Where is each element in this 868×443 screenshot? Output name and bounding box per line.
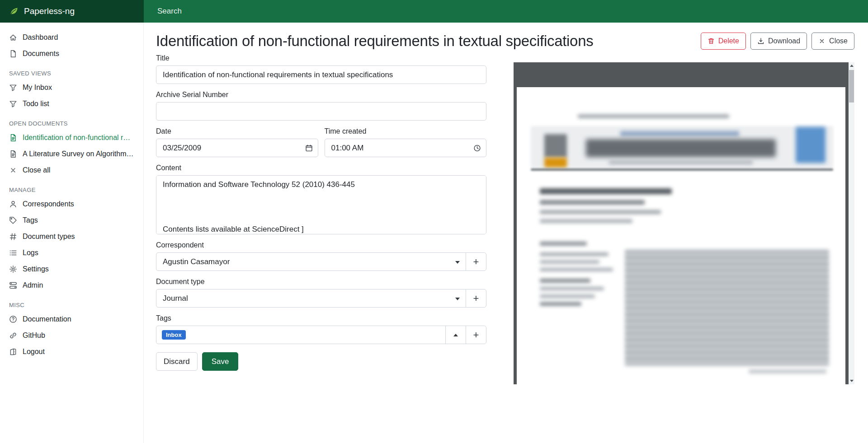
close-icon <box>9 166 17 174</box>
scroll-down-arrow-icon[interactable] <box>850 380 854 382</box>
sidebar-item-label: Dashboard <box>23 33 58 42</box>
pdf-page <box>517 87 845 384</box>
plus-icon: + <box>473 256 479 268</box>
gear-icon <box>9 265 17 273</box>
search-input[interactable] <box>156 6 382 16</box>
save-button[interactable]: Save <box>202 352 239 371</box>
page-title: Identification of non-functional require… <box>156 33 593 50</box>
file-icon <box>9 50 17 58</box>
sidebar-item-tags[interactable]: Tags <box>0 212 143 228</box>
pdf-right-logo <box>796 127 826 163</box>
title-label: Title <box>156 54 486 62</box>
content-label: Content <box>156 164 486 172</box>
add-correspondent-button[interactable]: + <box>466 252 486 271</box>
trash-icon <box>708 37 715 45</box>
sidebar-item-dashboard[interactable]: Dashboard <box>0 29 143 46</box>
preview-scrollbar[interactable] <box>849 62 854 384</box>
sidebar-item-label: Correspondents <box>23 200 74 208</box>
pdf-authors-line <box>540 200 645 205</box>
pdf-info-heading <box>540 242 587 246</box>
add-tag-button[interactable]: + <box>466 326 486 344</box>
pdf-keywords-heading <box>540 279 590 283</box>
sidebar-item-label: Identification of non-functional require… <box>23 134 134 142</box>
asn-input[interactable] <box>156 102 486 121</box>
person-icon <box>9 200 17 208</box>
file-text-icon <box>9 150 17 158</box>
document-edit-form: Title Archive Serial Number Date Time cr… <box>144 54 486 371</box>
pdf-affiliation-line <box>540 210 661 214</box>
question-circle-icon <box>9 315 17 323</box>
title-input[interactable] <box>156 65 486 84</box>
pdf-info-line <box>540 268 613 271</box>
document-actions: Delete Download Close <box>701 33 854 50</box>
sidebar-item-correspondents[interactable]: Correspondents <box>0 196 143 212</box>
document-type-label: Document type <box>156 278 486 286</box>
sidebar-item-logout[interactable]: Logout <box>0 344 143 360</box>
sidebar-item-my-inbox[interactable]: My Inbox <box>0 79 143 96</box>
close-button-label: Close <box>829 37 848 45</box>
pdf-paper-title <box>540 188 672 194</box>
sidebar-item-github[interactable]: GitHub <box>0 327 143 344</box>
sidebar-heading-manage: MANAGE <box>9 187 134 193</box>
tags-input[interactable]: Inbox <box>156 326 446 344</box>
sidebar-item-label: Logs <box>23 249 38 257</box>
sidebar-item-todo-list[interactable]: Todo list <box>0 96 143 112</box>
sidebar-close-all[interactable]: Close all <box>0 162 143 178</box>
document-preview[interactable] <box>514 62 854 384</box>
time-created-label: Time created <box>325 127 487 135</box>
sidebar-item-logs[interactable]: Logs <box>0 245 143 261</box>
asn-label: Archive Serial Number <box>156 91 486 99</box>
sidebar-item-label: Close all <box>23 166 50 174</box>
sidebar-heading-saved-views: SAVED VIEWS <box>9 70 134 77</box>
list-icon <box>9 249 17 257</box>
pdf-keyword-line <box>540 287 604 290</box>
pdf-abstract-block <box>625 250 829 366</box>
sidebar-item-admin[interactable]: Admin <box>0 277 143 294</box>
app-brand[interactable]: Paperless-ng <box>0 0 144 23</box>
toggles-icon <box>9 281 17 289</box>
sidebar-item-document-types[interactable]: Document types <box>0 228 143 245</box>
sidebar-item-label: Settings <box>23 265 49 273</box>
discard-button[interactable]: Discard <box>156 352 198 371</box>
sidebar-item-documents[interactable]: Documents <box>0 46 143 62</box>
sidebar-open-doc-2[interactable]: A Literature Survey on Algorithms for Mu… <box>0 146 143 162</box>
scrollbar-thumb[interactable] <box>849 70 854 103</box>
document-type-select[interactable]: Journal <box>156 289 466 308</box>
sidebar-item-label: Document types <box>23 233 75 241</box>
pdf-info-line <box>540 260 599 264</box>
sidebar-item-label: Documentation <box>23 315 71 323</box>
door-open-icon <box>9 348 17 356</box>
scroll-up-arrow-icon[interactable] <box>850 65 854 67</box>
date-input[interactable] <box>156 139 318 157</box>
pdf-sciencedirect-line <box>620 131 739 136</box>
sidebar-item-label: GitHub <box>23 331 45 340</box>
sidebar-open-doc-1[interactable]: Identification of non-functional require… <box>0 130 143 146</box>
paperless-leaf-icon <box>9 6 19 16</box>
add-document-type-button[interactable]: + <box>466 289 486 308</box>
tags-dropdown-toggle[interactable] <box>445 326 466 344</box>
download-icon <box>757 37 764 45</box>
sidebar-heading-misc: MISC <box>9 302 134 308</box>
tag-icon <box>9 216 17 224</box>
download-button-label: Download <box>768 37 800 45</box>
app-brand-label: Paperless-ng <box>24 6 75 16</box>
tag-badge-inbox[interactable]: Inbox <box>162 330 186 340</box>
hash-icon <box>9 233 17 241</box>
sidebar-item-documentation[interactable]: Documentation <box>0 311 143 327</box>
pdf-keyword-line <box>540 294 595 298</box>
top-header-bar: Paperless-ng <box>0 0 868 23</box>
time-created-input[interactable] <box>325 139 487 157</box>
pdf-keyword-line <box>540 302 581 306</box>
sidebar-item-label: Tags <box>23 216 38 224</box>
delete-button[interactable]: Delete <box>701 33 746 50</box>
chevron-up-icon <box>453 334 458 336</box>
close-button[interactable]: Close <box>811 33 854 50</box>
delete-button-label: Delete <box>718 37 739 45</box>
pdf-footer-line <box>749 369 826 373</box>
download-button[interactable]: Download <box>750 33 807 50</box>
correspondent-select[interactable]: Agustin Casamayor <box>156 252 466 271</box>
content-textarea[interactable]: Information and Software Technology 52 (… <box>156 175 486 234</box>
funnel-icon <box>9 100 17 108</box>
sidebar-item-label: Admin <box>23 281 43 289</box>
sidebar-item-settings[interactable]: Settings <box>0 261 143 277</box>
